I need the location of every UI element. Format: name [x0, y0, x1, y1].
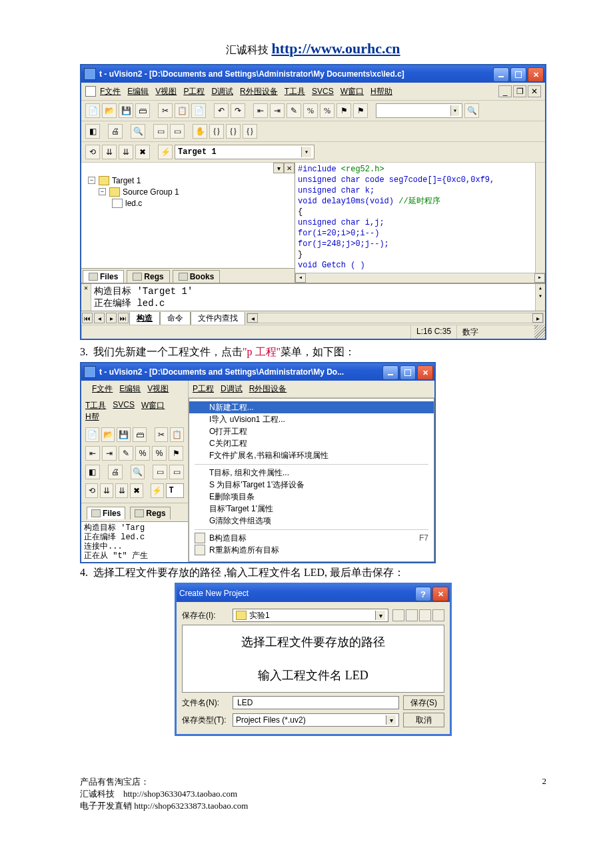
menu-debug[interactable]: D调试	[211, 86, 233, 97]
tab-nav-prev-icon[interactable]: ◂	[94, 313, 105, 323]
menu-view[interactable]: V视图	[147, 383, 169, 395]
tb-icon-1[interactable]: ◧	[85, 124, 100, 139]
titlebar[interactable]: t - uVision2 - [D:\Documents and Setting…	[81, 65, 545, 83]
step-icon[interactable]: {}	[209, 124, 224, 139]
output-hscroll[interactable]: ◂ ▸	[247, 313, 544, 323]
outdent-icon[interactable]: ⇤	[253, 103, 268, 118]
scroll-left-icon[interactable]: ◂	[247, 313, 258, 323]
paste-icon[interactable]: 📄	[191, 103, 206, 118]
indent-icon[interactable]: ⇥	[102, 446, 117, 461]
menu-project[interactable]: P工程	[193, 383, 214, 395]
tb-icon-3[interactable]: ▭	[169, 465, 184, 479]
menu-help[interactable]: H帮助	[370, 86, 392, 97]
stepover-icon[interactable]: {}	[226, 124, 241, 139]
flag1-icon[interactable]: %	[303, 103, 318, 118]
menu-item-file-ext[interactable]: F文件扩展名,书籍和编译环境属性	[189, 449, 434, 461]
tb-icon-3[interactable]: ▭	[170, 124, 185, 139]
tree-root[interactable]: − Target 1	[88, 175, 289, 186]
menu-item-open-project[interactable]: O打开工程	[189, 425, 434, 437]
output-tab-findinfiles[interactable]: 文件内查找	[191, 312, 245, 325]
flag1-icon[interactable]: %	[135, 446, 150, 461]
menu-help[interactable]: H帮	[85, 411, 99, 423]
tb-icon-2[interactable]: ▭	[153, 124, 168, 139]
menu-tools[interactable]: T工具	[85, 400, 106, 411]
chevron-down-icon[interactable]: ▾	[375, 611, 385, 620]
pane-close-icon[interactable]: ✕	[284, 163, 295, 173]
scroll-left-icon[interactable]: ◂	[295, 273, 306, 283]
batch-icon[interactable]: ⇊	[119, 145, 133, 159]
menu-file[interactable]: F文件	[92, 383, 113, 395]
tree-tab-regs[interactable]: Regs	[127, 270, 169, 283]
collapse-icon[interactable]: −	[88, 177, 95, 184]
menu-debug[interactable]: D调试	[221, 383, 243, 395]
back-icon[interactable]	[392, 609, 404, 621]
code-editor[interactable]: #include <reg52.h> unsigned char code se…	[295, 163, 545, 283]
menu-item-select-device[interactable]: S 为目标'Target 1'选择设备	[189, 479, 434, 491]
tree-file[interactable]: led.c	[88, 197, 289, 209]
help-button[interactable]: ?	[415, 587, 431, 601]
menu-project[interactable]: P工程	[183, 86, 205, 97]
output-vscroll[interactable]: ▴▾	[535, 284, 545, 311]
menu-item-remove-item[interactable]: E删除项目条	[189, 491, 434, 503]
filetype-combo[interactable]: Project Files (*.uv2) ▾	[233, 713, 399, 727]
resize-grip[interactable]	[534, 325, 545, 339]
tab-nav-last-icon[interactable]: ⏭	[118, 313, 129, 323]
tb-icon-2[interactable]: ▭	[153, 465, 167, 479]
menu-item-target-options[interactable]: 目标'Target 1'属性	[189, 503, 434, 515]
menu-svcs[interactable]: SVCS	[312, 87, 334, 96]
menu-item-clear-group[interactable]: G清除文件组选项	[189, 515, 434, 527]
cancel-button[interactable]: 取消	[403, 713, 444, 727]
redo-icon[interactable]: ↷	[231, 103, 245, 118]
vertical-scrollbar[interactable]	[535, 163, 545, 273]
target-combo[interactable]: T	[166, 483, 184, 498]
build-icon[interactable]: ⟲	[85, 483, 98, 498]
menu-item-build[interactable]: B构造目标 F7	[189, 532, 434, 544]
flag2-icon[interactable]: %	[152, 446, 167, 461]
tree-group[interactable]: − Source Group 1	[88, 186, 289, 197]
tb-icon-1[interactable]: ◧	[85, 465, 100, 479]
print-icon[interactable]: 🖨	[108, 465, 123, 479]
outdent-icon[interactable]: ⇤	[85, 446, 100, 461]
menu-periph[interactable]: R外围设备	[240, 86, 278, 97]
file-list-area[interactable]: 选择工程文件要存放的路径 输入工程文件名 LED	[182, 625, 444, 693]
maximize-button[interactable]	[510, 67, 526, 82]
flag4-icon[interactable]: ⚑	[353, 103, 368, 118]
save-button[interactable]: 保存(S)	[403, 695, 444, 710]
chevron-down-icon[interactable]: ▾	[301, 147, 311, 157]
rebuild-icon[interactable]: ⇊	[100, 483, 113, 498]
output-tab-build[interactable]: 构造	[129, 312, 160, 325]
maximize-button[interactable]	[400, 365, 416, 380]
stop-icon[interactable]: ✖	[130, 483, 143, 498]
brand-url[interactable]: http://www.ourhc.cn	[271, 40, 400, 57]
menu-item-import[interactable]: I导入 uVision1 工程...	[189, 413, 434, 425]
close-button[interactable]	[417, 365, 433, 380]
tab-nav-first-icon[interactable]: ⏮	[82, 313, 93, 323]
menu-item-close-project[interactable]: C关闭工程	[189, 437, 434, 449]
binoculars-icon[interactable]: 🔍	[464, 103, 479, 118]
download-icon[interactable]: ⚡	[151, 483, 163, 498]
menu-view[interactable]: V视图	[155, 86, 177, 97]
tree-tab-regs[interactable]: Regs	[130, 507, 170, 519]
zoom-icon[interactable]: 🔍	[131, 465, 145, 479]
stop-icon[interactable]: ✖	[135, 145, 150, 159]
flag2-icon[interactable]: %	[320, 103, 334, 118]
saveall-icon[interactable]: 🗃	[133, 427, 147, 442]
tree-tab-files[interactable]: Files	[87, 507, 125, 519]
open-icon[interactable]: 📂	[102, 103, 117, 118]
menu-window[interactable]: W窗口	[141, 400, 165, 411]
mdi-restore-button[interactable]: ❐	[513, 85, 526, 97]
save-in-combo[interactable]: 实验1 ▾	[233, 609, 388, 622]
bookmark-icon[interactable]: ✎	[119, 446, 133, 461]
scroll-right-icon[interactable]: ▸	[532, 313, 543, 323]
menu-item-targets[interactable]: T目标, 组和文件属性...	[189, 467, 434, 479]
titlebar[interactable]: t - uVision2 - [D:\Documents and Setting…	[81, 363, 434, 381]
rebuild-icon[interactable]: ⇊	[102, 145, 117, 159]
stepout-icon[interactable]: {}	[243, 124, 257, 139]
menu-svcs[interactable]: SVCS	[113, 400, 135, 411]
menu-edit[interactable]: E编辑	[127, 86, 149, 97]
scroll-right-icon[interactable]: ▸	[534, 273, 545, 283]
menu-item-rebuild-all[interactable]: R重新构造所有目标	[189, 544, 434, 556]
tree-tab-books[interactable]: Books	[173, 270, 221, 283]
copy-icon[interactable]: 📋	[175, 103, 189, 118]
build-icon[interactable]: ⟲	[85, 145, 100, 159]
